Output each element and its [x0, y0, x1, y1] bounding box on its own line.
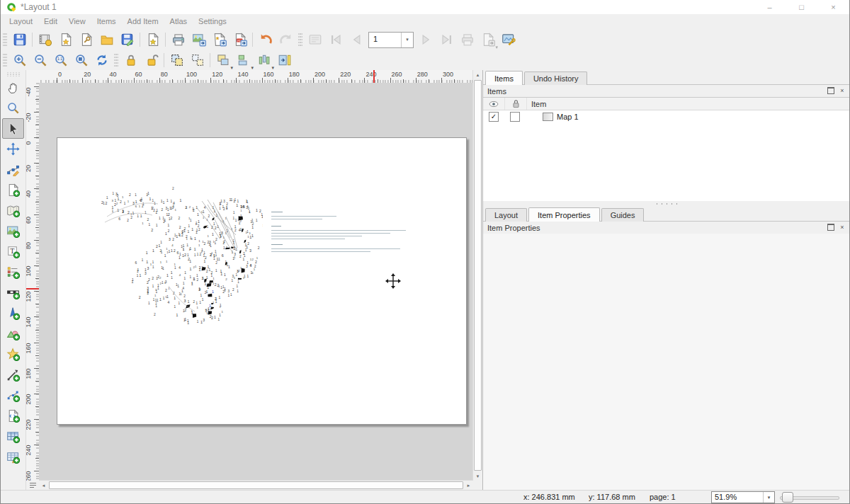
visibility-checkbox[interactable]: ✓	[489, 112, 499, 122]
layout-page[interactable]: 1261212112111311211111112111131111131111…	[57, 137, 467, 425]
redo[interactable]	[276, 30, 296, 50]
add-picture[interactable]	[2, 221, 24, 241]
lock-checkbox[interactable]	[510, 112, 520, 122]
add-html[interactable]	[2, 406, 24, 426]
export-as-svg[interactable]: *	[209, 30, 230, 50]
zoom-100[interactable]: 1:1	[50, 50, 71, 70]
scroll-up-icon[interactable]: ▲	[473, 70, 482, 79]
toolbar-drag-handle[interactable]	[7, 72, 20, 76]
edit-nodes-item[interactable]	[2, 159, 24, 180]
menu-edit[interactable]: Edit	[38, 16, 63, 27]
refresh-view[interactable]	[91, 50, 112, 70]
select-move-item[interactable]	[2, 118, 24, 139]
ruler-options-icon[interactable]	[26, 481, 39, 490]
layout-manager[interactable]	[35, 30, 55, 50]
add-fixed-table[interactable]	[2, 447, 24, 467]
undo[interactable]	[255, 30, 276, 50]
move-item-content[interactable]	[2, 139, 24, 159]
align-selected-items[interactable]: ▾	[233, 50, 254, 70]
label-item-text[interactable]	[271, 212, 407, 253]
scroll-down-icon[interactable]: ▼	[473, 471, 482, 481]
toolbar-drag-handle[interactable]	[3, 33, 7, 46]
zoom-full[interactable]	[71, 50, 91, 70]
print-atlas[interactable]	[457, 30, 477, 50]
zoom-in[interactable]	[9, 50, 30, 70]
add-node-item[interactable]	[2, 385, 24, 406]
atlas-page-spinbox[interactable]: 1▾	[368, 32, 414, 48]
add-attribute-table[interactable]	[2, 426, 24, 447]
float-panel-icon[interactable]	[827, 87, 835, 95]
tab-guides[interactable]: Guides	[601, 208, 645, 222]
minimize-button[interactable]: –	[754, 0, 786, 14]
save-project[interactable]	[9, 30, 30, 50]
previous-feature[interactable]	[346, 30, 366, 50]
menu-atlas[interactable]: Atlas	[164, 16, 193, 27]
close-button[interactable]: ×	[817, 0, 849, 14]
atlas-settings[interactable]	[498, 30, 518, 50]
zoom-out[interactable]	[30, 50, 50, 70]
layout-viewport[interactable]: 1261212112111311211111112111131111131111…	[39, 83, 473, 481]
tab-undo-history[interactable]: Undo History	[524, 71, 588, 85]
scroll-left-icon[interactable]: ◄	[39, 481, 48, 490]
h-scroll-thumb[interactable]	[49, 481, 463, 489]
tab-item-properties[interactable]: Item Properties	[528, 207, 600, 222]
toolbar-drag-handle[interactable]	[298, 33, 302, 46]
first-feature[interactable]	[325, 30, 346, 50]
new-layout[interactable]	[55, 30, 76, 50]
float-panel-icon[interactable]	[827, 224, 835, 231]
ungroup-items[interactable]	[187, 50, 208, 70]
print-layout[interactable]	[168, 30, 188, 50]
chevron-down-icon[interactable]: ▾	[763, 492, 774, 503]
zoom-slider-thumb[interactable]	[782, 492, 793, 503]
items-tree-row[interactable]: ✓Map 1	[483, 110, 849, 123]
preview-atlas[interactable]	[305, 30, 325, 50]
zoom-level-combobox[interactable]: 51.9% ▾	[711, 491, 775, 503]
canvas-vertical-scrollbar[interactable]: ▲ ▼	[472, 70, 482, 481]
add-shape[interactable]	[2, 323, 24, 344]
add-map[interactable]	[2, 200, 24, 221]
export-as-pdf[interactable]: PDF	[230, 30, 250, 50]
toolbar-drag-handle[interactable]	[3, 54, 7, 67]
canvas-horizontal-scrollbar[interactable]: ◄ ►	[39, 480, 473, 490]
add-items-from-template[interactable]	[96, 30, 117, 50]
duplicate-layout[interactable]	[76, 30, 96, 50]
add-north-arrow[interactable]	[2, 303, 24, 323]
unlock-all-items[interactable]	[141, 50, 162, 70]
add-arrow[interactable]	[2, 365, 24, 385]
add-pages[interactable]	[142, 30, 163, 50]
menu-items[interactable]: Items	[91, 16, 122, 27]
maximize-button[interactable]: □	[786, 0, 817, 14]
scroll-right-icon[interactable]: ►	[464, 481, 473, 490]
menu-add-item[interactable]: Add Item	[122, 16, 164, 27]
map-item-map1[interactable]: 1261212112111311211111112111131111131111…	[101, 180, 263, 324]
add-page[interactable]	[2, 180, 24, 200]
pan-layout[interactable]	[2, 77, 24, 98]
close-panel-icon[interactable]: ×	[838, 224, 846, 231]
raise-selected-items[interactable]: ▾	[212, 50, 233, 70]
add-scalebar[interactable]	[2, 282, 24, 303]
v-scroll-thumb[interactable]	[474, 80, 482, 471]
menu-settings[interactable]: Settings	[193, 16, 232, 27]
save-as-template[interactable]	[117, 30, 137, 50]
group-items[interactable]	[166, 50, 187, 70]
tab-layout[interactable]: Layout	[485, 208, 527, 222]
add-marker[interactable]	[2, 344, 24, 365]
export-atlas[interactable]: ▾	[477, 30, 498, 50]
tab-items[interactable]: Items	[485, 71, 523, 85]
toolbar-drag-handle[interactable]	[114, 54, 118, 67]
menu-layout[interactable]: Layout	[4, 16, 38, 27]
next-feature[interactable]	[416, 30, 436, 50]
add-legend[interactable]	[2, 262, 24, 282]
menu-view[interactable]: View	[63, 16, 91, 27]
chevron-down-icon[interactable]: ▾	[401, 33, 413, 47]
add-label[interactable]: T	[2, 241, 24, 262]
close-panel-icon[interactable]: ×	[838, 87, 846, 95]
lock-selected-items[interactable]	[120, 50, 141, 70]
zoom-tool[interactable]	[2, 98, 24, 118]
export-as-image[interactable]	[188, 30, 209, 50]
zoom-slider[interactable]	[780, 492, 842, 501]
last-feature[interactable]	[436, 30, 457, 50]
panel-splitter[interactable]	[483, 201, 849, 207]
distribute-selected-items[interactable]: ▾	[254, 50, 274, 70]
resize-selected-items[interactable]	[274, 50, 295, 70]
